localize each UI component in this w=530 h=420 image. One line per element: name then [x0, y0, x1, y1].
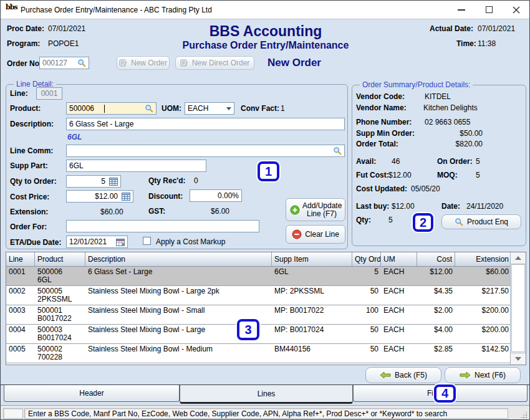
product-field[interactable]: 500006 [66, 102, 157, 115]
text-cursor [104, 105, 105, 113]
table-row[interactable]: 0001 5000066GL 6 Glass Set - Large 6GL 5… [6, 267, 526, 286]
grid-scrollbar[interactable] [510, 252, 526, 365]
conv-fact-value: 1 [281, 104, 285, 113]
gst-value: $6.00 [211, 207, 229, 216]
annotation-marker-3: 3 [237, 319, 259, 340]
minimize-button[interactable] [451, 1, 472, 19]
vendor-code-label: Vendor Code: [356, 92, 405, 101]
col-header-um[interactable]: UM [381, 252, 417, 266]
scrollbar-thumb[interactable] [511, 264, 525, 352]
gst-label: GST: [148, 207, 165, 216]
product-enq-button[interactable]: Product Enq [441, 214, 521, 229]
apply-cost-markup-label: Apply a Cost Markup [156, 237, 225, 246]
clear-line-button[interactable]: Clear Line [286, 225, 345, 244]
close-icon [513, 6, 520, 14]
new-direct-order-icon [180, 59, 188, 67]
product-search-icon[interactable] [145, 104, 153, 113]
calendar-icon[interactable] [116, 238, 125, 246]
uom-label: UOM: [161, 104, 181, 113]
col-header-product[interactable]: Product [35, 252, 85, 266]
new-direct-order-button[interactable]: New Direct Order [175, 56, 254, 70]
table-row[interactable]: 0003 500001B0017022 Stainless Steel Mixi… [6, 305, 526, 325]
description-field[interactable]: 6 Glass Set - Large [66, 118, 345, 130]
eta-due-date-field[interactable]: 12/01/2021 [66, 236, 128, 248]
fut-cost-value: $12.00 [388, 171, 412, 179]
line-items-grid: Line Product Description Supp Item Qty O… [6, 252, 526, 365]
scroll-up-icon[interactable] [511, 252, 526, 264]
next-button[interactable]: Next (F6) [445, 367, 521, 383]
on-order-value: 5 [476, 157, 480, 166]
uom-select[interactable]: EACH [185, 102, 234, 115]
product-alt-code: 6GL [67, 133, 82, 141]
extension-label: Extension: [10, 208, 48, 216]
col-header-qty-ord[interactable]: Qty Ord [352, 252, 381, 266]
qty-to-order-field[interactable]: 5 [66, 175, 121, 188]
order-summary-legend: Order Summary/Product Details: [360, 80, 473, 89]
col-header-description[interactable]: Description [85, 252, 272, 266]
app-window: bbs Purchase Order Entry/Maintenance - A… [0, 0, 530, 420]
next-arrow-icon [460, 371, 471, 379]
supp-part-field[interactable]: 6GL [66, 160, 206, 172]
order-no-label: Order No: [7, 59, 42, 68]
back-button[interactable]: Back (F5) [365, 367, 441, 383]
annotation-marker-2: 2 [413, 213, 433, 232]
close-button[interactable] [506, 1, 527, 19]
order-for-field[interactable] [66, 220, 259, 232]
col-header-extension[interactable]: Extension [455, 252, 511, 266]
grid-header-row: Line Product Description Supp Item Qty O… [6, 252, 526, 267]
product-label: Product: [10, 104, 41, 113]
search-icon[interactable] [77, 59, 86, 67]
description-label: Description: [10, 120, 54, 128]
qty-recd-label: Qty Rec'd: [148, 176, 186, 185]
comment-search-icon[interactable] [333, 146, 342, 155]
status-bar: Enter a BBS Code, Manf Part No, EzCode, … [1, 405, 529, 420]
resize-grip[interactable] [520, 411, 528, 419]
tab-header[interactable]: Header [4, 385, 180, 402]
new-order-button[interactable]: New Order [117, 56, 170, 70]
product-enq-search-icon [455, 217, 463, 226]
phone-number-label: Phone Number: [356, 118, 412, 126]
order-no-field[interactable]: 000127 [39, 57, 89, 69]
col-header-supp-item[interactable]: Supp Item [272, 252, 352, 266]
time-label: Time: [456, 39, 476, 48]
cost-updated-label: Cost Updated: [356, 184, 407, 193]
col-header-line[interactable]: Line [6, 252, 35, 266]
actual-date-value: 07/01/2021 [478, 24, 515, 33]
status-message: Enter a BBS Code, Manf Part No, EzCode, … [24, 408, 508, 419]
order-total-label: Order Total: [356, 140, 398, 148]
on-order-label: On Order: [437, 157, 473, 166]
line-label: Line: [10, 89, 28, 98]
line-number-field: 0001 [36, 87, 62, 100]
conv-fact-label: Conv Fact: [241, 104, 279, 113]
col-header-cost[interactable]: Cost [417, 252, 455, 266]
vendor-code-value: KITDEL [425, 92, 451, 101]
supp-part-label: Supp Part: [10, 161, 48, 170]
last-buy-date-label: Date: [441, 202, 460, 211]
avail-label: Avail: [356, 157, 376, 166]
scroll-down-icon[interactable] [511, 353, 526, 365]
actual-date-label: Actual Date: [430, 24, 473, 33]
app-subtitle: Purchase Order Entry/Maintenance [1, 40, 530, 51]
table-row[interactable]: 0005 500002700228 Stainless Steel Mixing… [6, 344, 526, 363]
discount-field[interactable]: 0.00% [190, 189, 242, 202]
order-mode-text: New Order [267, 57, 321, 69]
app-logo-icon: bbs [6, 4, 17, 16]
cost-price-field[interactable]: $12.00 [66, 190, 133, 203]
table-row[interactable]: 0004 500003B0017024 Stainless Steel Mixi… [6, 325, 526, 344]
supp-min-order-label: Supp Min Order: [356, 129, 415, 138]
maximize-button[interactable] [478, 1, 499, 19]
clear-minus-icon [292, 229, 302, 239]
extension-value: $60.00 [100, 208, 123, 216]
qty-recd-value: 0 [194, 176, 198, 185]
table-row[interactable]: 0002 5000052PKSSML Stainless Steel Mixin… [6, 286, 526, 305]
apply-cost-markup-checkbox[interactable] [143, 237, 151, 245]
discount-label: Discount: [148, 192, 183, 201]
add-update-line-button[interactable]: Add/Update Line (F7) [286, 198, 345, 221]
tab-lines[interactable]: Lines [180, 385, 353, 404]
cost-price-label: Cost Price: [10, 193, 49, 201]
calculator-icon[interactable] [122, 193, 130, 201]
line-comment-field[interactable] [66, 145, 345, 157]
cost-updated-value: 05/05/20 [411, 184, 440, 193]
calculator-icon[interactable] [109, 178, 118, 186]
vendor-name-label: Vendor Name: [356, 103, 407, 112]
